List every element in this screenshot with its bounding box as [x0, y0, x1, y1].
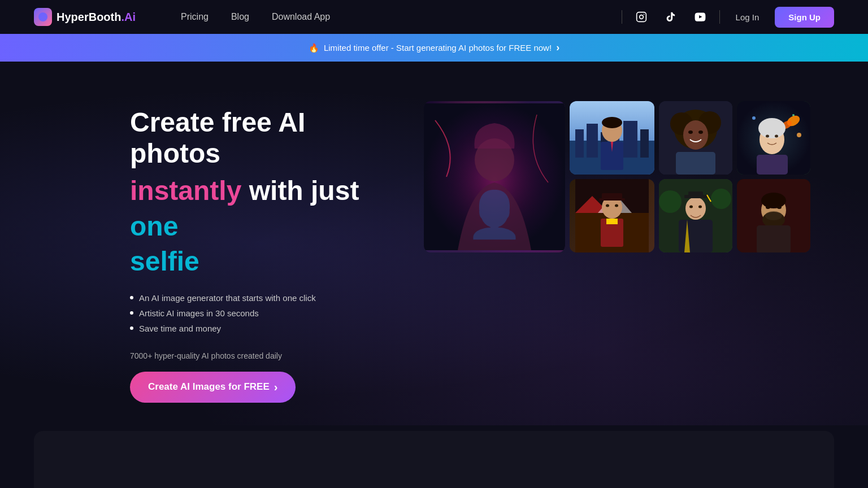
- logo[interactable]: HyperBooth.Ai: [34, 8, 136, 26]
- nav-pricing[interactable]: Pricing: [181, 12, 209, 22]
- hero-image-main: [424, 101, 565, 252]
- svg-point-45: [615, 204, 618, 207]
- banner-text: Limited time offer - Start generating AI…: [324, 43, 552, 53]
- svg-point-24: [698, 130, 703, 134]
- hero-content: Create free AI photos instantly with jus…: [130, 95, 401, 403]
- svg-rect-47: [606, 219, 618, 224]
- svg-rect-13: [623, 121, 637, 158]
- hero-image-mid-left: [659, 101, 732, 175]
- nav-download[interactable]: Download App: [272, 12, 330, 22]
- bullet-2: Artistic AI images in 30 seconds: [130, 308, 401, 318]
- svg-rect-10: [587, 124, 598, 158]
- cta-label: Create AI Images for FREE: [148, 381, 270, 393]
- svg-point-49: [659, 190, 682, 213]
- svg-rect-25: [676, 152, 715, 175]
- svg-point-61: [761, 193, 786, 208]
- svg-point-2: [639, 15, 643, 19]
- promo-banner[interactable]: 🔥 Limited time offer - Start generating …: [0, 34, 868, 62]
- cta-button[interactable]: Create AI Images for FREE ›: [130, 372, 296, 403]
- svg-point-63: [766, 206, 770, 209]
- svg-point-34: [766, 135, 769, 138]
- nav-divider-right: [719, 10, 720, 24]
- nav-right: Log In Sign Up: [622, 7, 834, 28]
- svg-rect-14: [640, 129, 649, 158]
- hero-image-grid: [424, 95, 834, 252]
- nav-divider-left: [622, 10, 622, 24]
- svg-point-51: [685, 197, 706, 220]
- svg-rect-9: [575, 129, 584, 158]
- instagram-icon[interactable]: [631, 7, 652, 27]
- svg-point-56: [698, 206, 702, 208]
- hero-section: Create free AI photos instantly with jus…: [0, 62, 868, 425]
- cta-arrow-icon: ›: [274, 381, 278, 394]
- bullet-1: An AI image generator that starts with o…: [130, 293, 401, 303]
- bullet-dot-3: [130, 326, 133, 330]
- svg-rect-43: [599, 198, 625, 201]
- svg-point-44: [606, 204, 609, 207]
- svg-point-64: [777, 206, 782, 209]
- banner-chevron: ›: [556, 42, 559, 54]
- signup-button[interactable]: Sign Up: [775, 7, 834, 28]
- svg-point-35: [775, 135, 778, 138]
- svg-point-29: [797, 133, 801, 137]
- youtube-icon[interactable]: [690, 7, 710, 27]
- svg-point-17: [602, 117, 622, 128]
- logo-text: HyperBooth.Ai: [57, 11, 136, 24]
- hero-title-with: with just: [241, 176, 359, 206]
- bullet-dot-1: [130, 296, 133, 299]
- tiktok-icon[interactable]: [661, 7, 681, 27]
- svg-point-65: [765, 211, 782, 220]
- hero-bullets: An AI image generator that starts with o…: [130, 293, 401, 333]
- svg-point-22: [683, 120, 708, 150]
- svg-rect-66: [757, 225, 791, 252]
- hero-image-bot-mid: [659, 179, 732, 252]
- svg-point-27: [752, 116, 756, 120]
- svg-point-55: [689, 206, 693, 208]
- svg-rect-57: [679, 220, 713, 252]
- hero-title-line2: instantly with just one selfie: [130, 173, 401, 279]
- svg-point-50: [711, 189, 731, 209]
- bullet-3: Save time and money: [130, 324, 401, 333]
- bullet-dot-2: [130, 311, 133, 315]
- hero-image-top-right: [570, 101, 654, 175]
- svg-point-23: [688, 130, 693, 134]
- login-button[interactable]: Log In: [729, 8, 766, 27]
- hero-image-bot-right: [737, 179, 810, 252]
- logo-icon: [34, 8, 52, 26]
- hero-stat: 7000+ hyper-quality AI photos created da…: [130, 351, 401, 360]
- svg-point-3: [643, 14, 644, 15]
- hero-image-bot-left: [570, 179, 654, 252]
- nav-blog[interactable]: Blog: [231, 12, 249, 22]
- svg-rect-36: [757, 155, 788, 175]
- svg-point-33: [758, 118, 785, 138]
- svg-rect-1: [636, 12, 646, 22]
- hero-image-mid-right: [737, 101, 810, 175]
- hero-title-line1: Create free AI photos: [130, 107, 401, 169]
- nav-links: Pricing Blog Download App: [181, 12, 330, 22]
- lower-section: [34, 431, 834, 488]
- hero-title-one: one: [130, 211, 178, 241]
- hero-title-selfie: selfie: [130, 246, 199, 276]
- navbar: HyperBooth.Ai Pricing Blog Download App: [0, 0, 868, 34]
- banner-emoji: 🔥: [309, 43, 319, 53]
- svg-rect-53: [688, 191, 703, 196]
- svg-point-0: [38, 12, 47, 21]
- hero-title-instantly: instantly: [130, 176, 241, 206]
